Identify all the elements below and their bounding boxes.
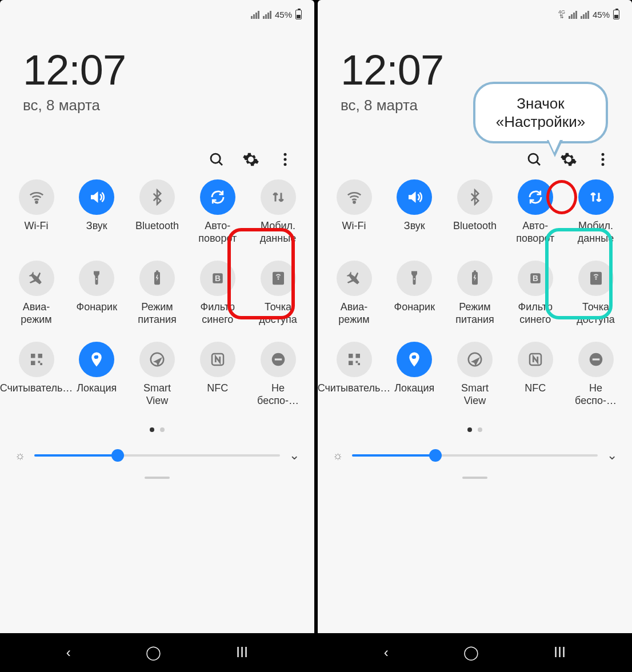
- tile-rotate[interactable]: Авто- поворот: [190, 179, 245, 245]
- battery-icon: [295, 10, 302, 19]
- tile-label: Точка доступа: [259, 301, 297, 326]
- clock-date: вс, 8 марта: [23, 97, 291, 114]
- lte-icon: 4G⇅: [558, 10, 565, 19]
- tile-hotspot[interactable]: Точка доступа: [569, 261, 623, 326]
- tile-data[interactable]: Мобил. данные: [569, 179, 623, 245]
- search-icon[interactable]: [525, 150, 544, 169]
- svg-rect-13: [31, 361, 35, 366]
- svg-point-30: [595, 278, 597, 280]
- tile-label: Фонарик: [394, 301, 435, 326]
- action-row: [0, 150, 314, 179]
- battery-icon: [613, 10, 619, 19]
- nfc-icon: [518, 342, 553, 377]
- page-indicator: [318, 423, 632, 448]
- data-icon: [578, 179, 614, 215]
- brightness-row: ☼ ⌄: [0, 448, 314, 473]
- tile-rotate[interactable]: Авто- поворот: [508, 179, 562, 245]
- brightness-slider[interactable]: [34, 454, 280, 457]
- brightness-auto-icon[interactable]: ☼: [15, 449, 25, 462]
- svg-rect-33: [349, 361, 353, 366]
- nav-bar: ‹ ◯ ⵏⵏⵏ: [318, 633, 632, 672]
- signal-sim1-icon: [251, 10, 259, 19]
- tile-power[interactable]: Режим питания: [448, 261, 502, 326]
- svg-rect-19: [274, 358, 282, 360]
- tile-smartview[interactable]: Smart View: [130, 342, 185, 407]
- tile-label: Мобил. данные: [260, 219, 296, 245]
- nav-back[interactable]: ‹: [384, 645, 389, 661]
- search-icon[interactable]: [207, 150, 226, 169]
- nav-bar: ‹ ◯ ⵏⵏⵏ: [0, 633, 314, 672]
- svg-rect-32: [355, 354, 360, 358]
- tile-bluetooth[interactable]: Bluetooth: [448, 179, 502, 245]
- tile-location[interactable]: Локация: [70, 342, 124, 407]
- airplane-icon: [337, 261, 372, 296]
- tile-wifi[interactable]: Wi-Fi: [9, 179, 63, 245]
- tile-qr[interactable]: Считыватель…: [9, 342, 63, 407]
- nav-home[interactable]: ◯: [463, 645, 479, 661]
- drag-handle[interactable]: [0, 473, 314, 483]
- tile-label: Wi-Fi: [25, 219, 49, 245]
- tile-power[interactable]: Режим питания: [130, 261, 185, 326]
- wifi-icon: [19, 179, 54, 215]
- tile-hotspot[interactable]: Точка доступа: [251, 261, 305, 326]
- tile-wifi[interactable]: Wi-Fi: [327, 179, 381, 245]
- bluetooth-icon: [139, 179, 175, 215]
- more-icon[interactable]: [593, 150, 613, 169]
- tile-label: Bluetooth: [135, 219, 179, 245]
- tile-sound[interactable]: Звук: [70, 179, 124, 245]
- nav-back[interactable]: ‹: [66, 645, 71, 661]
- notification-panel: 45% 12:07 вс, 8 марта Wi-FiЗвукBluetooth…: [0, 0, 314, 633]
- sound-icon: [79, 179, 114, 215]
- tile-data[interactable]: Мобил. данные: [251, 179, 305, 245]
- nav-home[interactable]: ◯: [146, 645, 161, 661]
- nav-recent[interactable]: ⵏⵏⵏ: [554, 645, 566, 661]
- tile-torch[interactable]: Фонарик: [387, 261, 442, 326]
- torch-icon: [397, 261, 432, 296]
- tile-label: Фильтр синего: [518, 301, 553, 326]
- brightness-slider[interactable]: [352, 454, 598, 457]
- gear-icon[interactable]: [241, 150, 261, 169]
- tile-bluefilter[interactable]: BФильтр синего: [508, 261, 562, 326]
- svg-rect-11: [31, 354, 35, 358]
- tile-dnd[interactable]: Не беспо-…: [569, 342, 623, 407]
- notification-panel: 4G⇅ 45% 12:07 вс, 8 марта Wi-FiЗвукBluet…: [318, 0, 632, 633]
- tile-airplane[interactable]: Авиа- режим: [327, 261, 381, 326]
- tile-bluefilter[interactable]: BФильтр синего: [190, 261, 245, 326]
- tile-smartview[interactable]: Smart View: [448, 342, 502, 407]
- tile-label: Локация: [394, 382, 434, 407]
- signal-sim1-icon: [569, 10, 577, 19]
- nav-recent[interactable]: ⵏⵏⵏ: [236, 645, 248, 661]
- tile-label: Считыватель…: [0, 382, 73, 407]
- tile-nfc[interactable]: NFC: [508, 342, 562, 407]
- clock-block: 12:07 вс, 8 марта: [0, 29, 314, 150]
- phone-right: 4G⇅ 45% 12:07 вс, 8 марта Wi-FiЗвукBluet…: [318, 0, 632, 672]
- tile-torch[interactable]: Фонарик: [70, 261, 124, 326]
- tile-location[interactable]: Локация: [387, 342, 442, 407]
- location-icon: [397, 342, 432, 377]
- svg-point-5: [35, 201, 37, 203]
- tile-sound[interactable]: Звук: [387, 179, 442, 245]
- tile-bluetooth[interactable]: Bluetooth: [130, 179, 185, 245]
- tile-airplane[interactable]: Авиа- режим: [9, 261, 63, 326]
- tile-label: Фонарик: [76, 301, 117, 326]
- tile-nfc[interactable]: NFC: [190, 342, 245, 407]
- qr-icon: [19, 342, 54, 377]
- brightness-expand-icon[interactable]: ⌄: [607, 448, 617, 463]
- dnd-icon: [578, 342, 614, 377]
- tile-qr[interactable]: Считыватель…: [327, 342, 381, 407]
- status-bar: 4G⇅ 45%: [318, 0, 632, 29]
- drag-handle[interactable]: [318, 473, 632, 483]
- action-row: [318, 150, 632, 179]
- tile-label: Считыватель…: [318, 382, 390, 407]
- brightness-auto-icon[interactable]: ☼: [333, 449, 343, 462]
- tile-label: Звук: [86, 219, 107, 245]
- quick-tiles-grid: Wi-FiЗвукBluetoothАвто- поворотМобил. да…: [318, 179, 632, 423]
- torch-icon: [79, 261, 114, 296]
- battery-pct: 45%: [593, 10, 610, 19]
- svg-rect-34: [355, 361, 358, 363]
- signal-sim2-icon: [581, 10, 589, 19]
- brightness-expand-icon[interactable]: ⌄: [289, 448, 299, 463]
- tile-label: Wi-Fi: [342, 219, 366, 245]
- tile-dnd[interactable]: Не беспо-…: [251, 342, 305, 407]
- more-icon[interactable]: [275, 150, 295, 169]
